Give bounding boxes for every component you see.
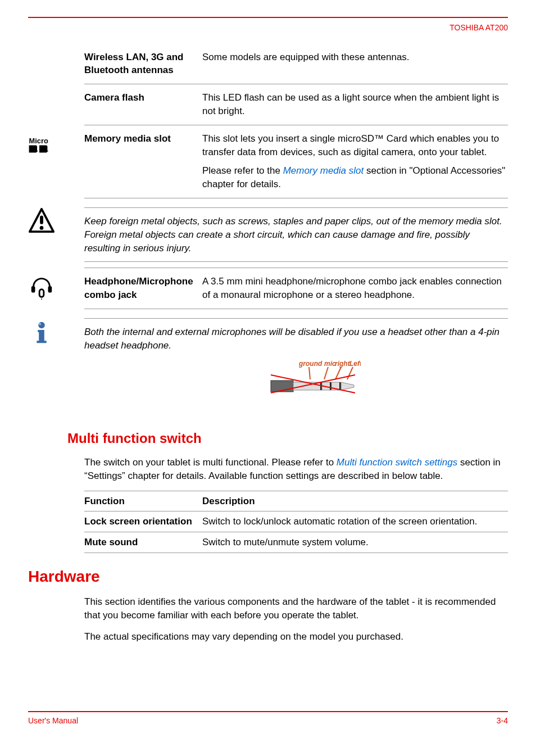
desc-camera-flash: This LED flash can be used as a light so… bbox=[202, 91, 508, 118]
table-header-row: Function Description bbox=[84, 491, 508, 512]
info-icon bbox=[28, 318, 84, 349]
label-memory-media-slot: Memory media slot bbox=[84, 132, 202, 191]
multi-switch-intro-prefix: The switch on your tablet is multi funct… bbox=[84, 457, 337, 468]
headset-plug-diagram: ground mic right Left bbox=[84, 358, 508, 401]
label-wireless-antennas: Wireless LAN, 3G and Bluetooth antennas bbox=[84, 51, 202, 78]
svg-text:Left: Left bbox=[349, 360, 361, 368]
micro-sd-icon: Micro bbox=[28, 125, 84, 162]
caution-icon bbox=[28, 207, 84, 238]
svg-marker-27 bbox=[341, 382, 354, 390]
top-divider bbox=[28, 17, 508, 18]
svg-rect-1 bbox=[37, 146, 39, 151]
memslot-link-prefix: Please refer to the bbox=[202, 165, 283, 176]
info-note-text: Both the internal and external microphon… bbox=[84, 325, 508, 352]
hardware-paragraph-1: This section identifies the various comp… bbox=[84, 595, 508, 622]
desc-wireless-antennas: Some models are equipped with these ante… bbox=[202, 51, 508, 78]
row-headphone-jack: Headphone/Microphone combo jack A 3.5 mm… bbox=[84, 268, 508, 309]
header-function: Function bbox=[84, 495, 202, 508]
cell-lock-screen-desc: Switch to lock/unlock automatic rotation… bbox=[202, 515, 508, 528]
heading-hardware: Hardware bbox=[28, 565, 508, 587]
svg-point-5 bbox=[40, 226, 44, 230]
header-description: Description bbox=[202, 495, 508, 508]
cell-mute-sound: Mute sound bbox=[84, 536, 202, 549]
svg-text:ground: ground bbox=[298, 360, 322, 368]
multi-function-switch-table: Function Description Lock screen orienta… bbox=[84, 491, 508, 553]
svg-rect-6 bbox=[31, 286, 35, 293]
svg-line-16 bbox=[309, 367, 310, 379]
page-footer: User's Manual 3-4 bbox=[28, 711, 508, 727]
svg-rect-4 bbox=[40, 215, 43, 224]
svg-text:right: right bbox=[335, 360, 351, 368]
label-headphone-jack: Headphone/Microphone combo jack bbox=[84, 275, 202, 302]
label-camera-flash: Camera flash bbox=[84, 91, 202, 118]
hardware-paragraph-2: The actual specifications may vary depen… bbox=[84, 630, 508, 644]
product-name: TOSHIBA AT200 bbox=[28, 22, 508, 34]
row-camera-flash: Camera flash This LED flash can be used … bbox=[84, 84, 508, 125]
svg-point-11 bbox=[39, 323, 41, 325]
desc-memory-media-slot-1: This slot lets you insert a single micro… bbox=[202, 132, 508, 159]
footer-manual-title: User's Manual bbox=[28, 716, 78, 727]
row-wireless-antennas: Wireless LAN, 3G and Bluetooth antennas … bbox=[84, 44, 508, 85]
table-row: Mute sound Switch to mute/unmute system … bbox=[84, 532, 508, 553]
headphone-mic-icon bbox=[28, 268, 84, 304]
desc-headphone-jack: A 3.5 mm mini headphone/microphone combo… bbox=[202, 275, 508, 302]
cell-lock-screen-orientation: Lock screen orientation bbox=[84, 515, 202, 528]
row-memory-media-slot: Memory media slot This slot lets you ins… bbox=[84, 125, 508, 198]
heading-multi-function-switch: Multi function switch bbox=[67, 429, 508, 448]
svg-point-10 bbox=[38, 322, 45, 329]
desc-memory-media-slot-2: Please refer to the Memory media slot se… bbox=[202, 164, 508, 191]
svg-line-17 bbox=[324, 367, 328, 379]
table-row: Lock screen orientation Switch to lock/u… bbox=[84, 511, 508, 532]
svg-point-9 bbox=[41, 298, 42, 300]
multi-function-switch-settings-link[interactable]: Multi function switch settings bbox=[337, 457, 457, 468]
svg-rect-8 bbox=[39, 289, 44, 297]
memory-media-slot-link[interactable]: Memory media slot bbox=[283, 165, 364, 176]
caution-note-text: Keep foreign metal objects, such as scre… bbox=[84, 207, 508, 262]
footer-page-number: 3-4 bbox=[497, 716, 508, 727]
cell-mute-sound-desc: Switch to mute/unmute system volume. bbox=[202, 536, 508, 549]
svg-rect-7 bbox=[48, 286, 52, 293]
svg-rect-2 bbox=[47, 146, 49, 151]
svg-text:mic: mic bbox=[324, 360, 336, 368]
svg-text:Micro: Micro bbox=[29, 137, 48, 145]
svg-line-19 bbox=[347, 367, 353, 379]
